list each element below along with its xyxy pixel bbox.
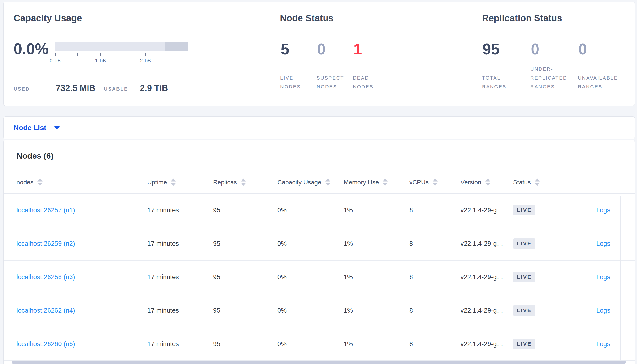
node-status-stat-value: 1: [354, 42, 362, 57]
replication-stat-label: TOTAL RANGES: [482, 74, 518, 91]
column-header-label: Replicas: [213, 178, 237, 188]
replication-status-title: Replication Status: [482, 13, 562, 24]
cell-replicas: 95: [213, 206, 220, 214]
cell-memory-use: 1%: [344, 340, 353, 348]
replication-stat: 0UNDER-REPLICATED RANGES: [530, 42, 575, 91]
column-header-replicas[interactable]: Replicas: [213, 178, 246, 186]
used-label: USED: [14, 86, 30, 92]
cluster-overview-page: Capacity Usage 0.0% 0 TiB1 TiB2 TiB USED…: [0, 0, 637, 364]
capacity-bar-tick: [55, 52, 56, 56]
logs-link[interactable]: Logs: [596, 206, 610, 214]
table-row: localhost:26259 (n2)17 minutes950%1%8v22…: [4, 227, 634, 260]
column-header-label: Uptime: [147, 178, 167, 188]
cell-status: LIVE: [513, 272, 535, 282]
cell-capacity-usage: 0%: [277, 240, 287, 248]
node-status-stat-value: 0: [317, 42, 326, 57]
logs-link[interactable]: Logs: [596, 307, 610, 314]
horizontal-scrollbar-thumb[interactable]: [12, 361, 626, 364]
chevron-down-icon: [54, 126, 60, 130]
capacity-tick-label: 1 TiB: [95, 58, 106, 64]
sort-icon[interactable]: [383, 179, 388, 186]
cell-replicas: 95: [213, 240, 220, 248]
column-header-label: Version: [461, 178, 481, 188]
column-header-label: nodes: [17, 178, 34, 186]
column-header-label: vCPUs: [409, 178, 429, 188]
cell-replicas: 95: [213, 274, 220, 281]
node-link[interactable]: localhost:26258 (n3): [17, 274, 75, 281]
node-link[interactable]: localhost:26262 (n4): [17, 307, 75, 314]
status-badge: LIVE: [513, 205, 535, 216]
column-header-nodes[interactable]: nodes: [17, 178, 43, 186]
used-value: 732.5 MiB: [56, 83, 95, 93]
capacity-bar-tick: [100, 52, 101, 56]
node-status-stat: 5LIVE NODES: [280, 42, 314, 91]
cell-uptime: 17 minutes: [147, 206, 179, 214]
cell-status: LIVE: [513, 238, 535, 249]
cell-vcpus: 8: [409, 206, 413, 214]
node-status-stat: 1DEAD NODES: [353, 42, 386, 91]
column-header-vcpus[interactable]: vCPUs: [409, 178, 438, 186]
capacity-bar-tick: [145, 52, 146, 56]
replication-stat-value: 0: [531, 42, 539, 57]
capacity-bar-tick: [78, 52, 78, 56]
column-header-uptime[interactable]: Uptime: [147, 178, 176, 186]
cell-memory-use: 1%: [344, 274, 353, 281]
cell-status: LIVE: [513, 339, 535, 349]
logs-link[interactable]: Logs: [596, 240, 610, 247]
cell-node: localhost:26258 (n3): [17, 274, 75, 281]
logs-link[interactable]: Logs: [596, 274, 610, 281]
nodes-table-card: Nodes (6) nodesUptimeReplicasCapacity Us…: [3, 140, 635, 364]
node-link[interactable]: localhost:26257 (n1): [17, 206, 75, 214]
status-badge: LIVE: [513, 272, 535, 282]
node-status-stat-label: DEAD NODES: [353, 74, 386, 91]
cell-vcpus: 8: [409, 307, 413, 314]
table-row: localhost:26258 (n3)17 minutes950%1%8v22…: [4, 260, 634, 294]
sort-icon[interactable]: [535, 179, 540, 186]
sort-icon[interactable]: [325, 179, 331, 186]
cell-memory-use: 1%: [344, 240, 353, 248]
node-status-stat-label: SUSPECT NODES: [316, 74, 350, 91]
status-badge: LIVE: [513, 305, 535, 316]
node-status-stat-value: 5: [281, 42, 289, 57]
cell-vcpus: 8: [409, 340, 413, 348]
sort-icon[interactable]: [37, 179, 43, 186]
column-header-label: Memory Use: [344, 178, 379, 188]
column-header-capacity-usage[interactable]: Capacity Usage: [277, 178, 331, 186]
node-list-dropdown[interactable]: Node List: [14, 116, 60, 139]
status-badge: LIVE: [513, 238, 535, 249]
sort-icon[interactable]: [485, 179, 490, 186]
cell-node: localhost:26262 (n4): [17, 307, 75, 314]
nodes-table-header-row: nodesUptimeReplicasCapacity UsageMemory …: [4, 170, 634, 194]
cell-memory-use: 1%: [344, 206, 353, 214]
cell-capacity-usage: 0%: [277, 274, 287, 281]
vertical-scrollbar-track[interactable]: [620, 196, 621, 360]
cell-capacity-usage: 0%: [277, 206, 287, 214]
cell-logs: Logs: [596, 340, 610, 348]
capacity-tick-label: 0 TiB: [50, 58, 61, 64]
capacity-usage-bar: [55, 42, 188, 51]
replication-stat: 95TOTAL RANGES: [482, 42, 518, 91]
sort-icon[interactable]: [433, 179, 438, 186]
node-link[interactable]: localhost:26259 (n2): [17, 240, 75, 247]
column-header-label: Status: [513, 178, 531, 188]
usable-label: USABLE: [104, 86, 128, 92]
cell-version: v22.1.4-29-g…: [461, 274, 503, 281]
capacity-percent: 0.0%: [14, 40, 49, 58]
logs-link[interactable]: Logs: [596, 340, 610, 348]
cell-uptime: 17 minutes: [147, 340, 179, 348]
column-header-memory-use[interactable]: Memory Use: [344, 178, 388, 186]
cell-vcpus: 8: [409, 240, 413, 248]
column-header-status[interactable]: Status: [513, 178, 540, 186]
cell-logs: Logs: [596, 206, 610, 214]
node-list-dropdown-label: Node List: [14, 124, 46, 132]
sort-icon[interactable]: [241, 179, 246, 186]
cell-capacity-usage: 0%: [277, 307, 287, 314]
cell-uptime: 17 minutes: [147, 274, 179, 281]
cell-replicas: 95: [213, 340, 220, 348]
cell-version: v22.1.4-29-g…: [461, 240, 503, 248]
capacity-bar-tick: [168, 52, 168, 56]
column-header-version[interactable]: Version: [461, 178, 490, 186]
cell-version: v22.1.4-29-g…: [461, 340, 503, 348]
node-link[interactable]: localhost:26260 (n5): [17, 340, 75, 348]
sort-icon[interactable]: [171, 179, 176, 186]
